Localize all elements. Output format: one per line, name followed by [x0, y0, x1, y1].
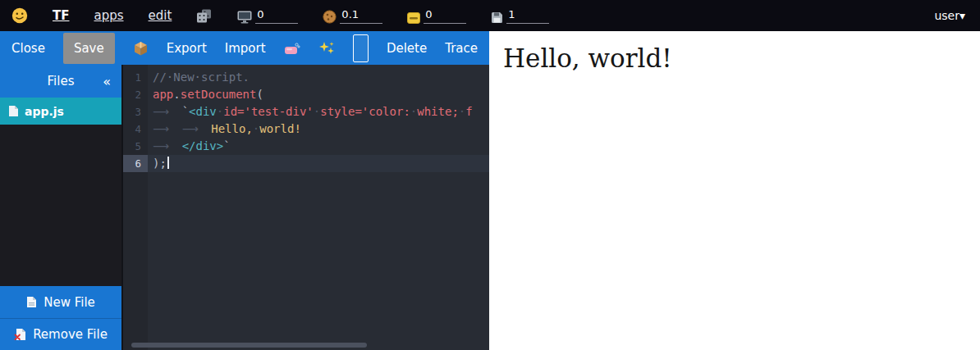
user-menu[interactable]: user▾	[934, 9, 969, 22]
brand-link[interactable]: TF	[53, 8, 69, 23]
files-header-label: Files	[48, 74, 75, 89]
code-line[interactable]: 6);	[123, 155, 489, 172]
new-file-icon	[26, 296, 37, 308]
code-line-text[interactable]: //·New·script.	[148, 69, 489, 86]
gold-card-value[interactable]: 0	[424, 8, 466, 24]
editor-toolbar: Close Save Export Import Delete Trace	[0, 31, 489, 65]
export-button[interactable]: Export	[167, 41, 207, 56]
line-number: 4	[123, 120, 148, 138]
code-line-text[interactable]: ⟶</div>`	[148, 138, 489, 155]
package-icon[interactable]	[133, 41, 149, 56]
file-item-appjs[interactable]: app.js	[0, 98, 121, 125]
code-line[interactable]: 2app.setDocument(	[123, 86, 489, 103]
code-line[interactable]: 1//·New·script.	[123, 69, 489, 86]
save-button[interactable]: Save	[63, 33, 115, 64]
nav-edit-link[interactable]: edit	[149, 8, 172, 23]
code-line[interactable]: 3⟶`<div·id='test-div'·style='color:·whit…	[123, 103, 489, 120]
horizontal-scrollbar[interactable]	[123, 343, 489, 348]
floppy-value[interactable]: 1	[506, 8, 549, 24]
files-sidebar: Files « app.js New File	[0, 65, 121, 350]
floppy-disk-icon	[491, 11, 503, 24]
meter-gold-card: 0	[407, 8, 466, 24]
dice-icon[interactable]	[196, 9, 213, 23]
code-line[interactable]: 4⟶⟶Hello,·world!	[123, 120, 489, 138]
meter-cookie: 0.1	[323, 8, 382, 24]
file-list: app.js	[0, 98, 121, 286]
preview-pane: Hello, world!	[489, 31, 980, 350]
line-number: 3	[123, 103, 148, 120]
app-logo-smiley-icon[interactable]	[11, 7, 28, 24]
close-button[interactable]: Close	[11, 41, 45, 56]
line-number: 2	[123, 86, 148, 103]
meter-floppy: 1	[491, 8, 549, 24]
monitor-icon	[237, 11, 252, 24]
main-area: Close Save Export Import Delete Trace Fi…	[0, 31, 980, 350]
nav-apps-link[interactable]: apps	[94, 8, 123, 23]
line-number: 5	[123, 138, 148, 155]
code-line-text[interactable]: ⟶⟶Hello,·world!	[148, 120, 489, 138]
meter-monitor: 0	[237, 8, 298, 24]
new-file-label: New File	[44, 295, 95, 310]
scrollbar-thumb[interactable]	[131, 343, 367, 348]
cookie-icon	[323, 10, 337, 24]
rendered-hello-text: Hello, world!	[503, 43, 672, 73]
code-line[interactable]: 5⟶</div>`	[123, 138, 489, 155]
code-lines: 1//·New·script.2app.setDocument(3⟶`<div·…	[123, 65, 489, 350]
remove-file-icon	[14, 328, 26, 341]
remove-file-label: Remove File	[33, 327, 108, 342]
file-name: app.js	[25, 105, 64, 118]
import-button[interactable]: Import	[225, 41, 266, 56]
gold-card-icon	[407, 12, 420, 24]
delete-button[interactable]: Delete	[387, 41, 427, 56]
text-cursor	[167, 157, 169, 169]
code-line-text[interactable]: ⟶`<div·id='test-div'·style='color:·white…	[148, 103, 489, 120]
document-icon	[8, 105, 19, 117]
cookie-value[interactable]: 0.1	[340, 8, 382, 24]
code-editor[interactable]: 1//·New·script.2app.setDocument(3⟶`<div·…	[121, 65, 489, 350]
collapse-sidebar-button[interactable]: «	[103, 74, 111, 89]
new-file-button[interactable]: New File	[0, 286, 121, 318]
line-number: 6	[123, 155, 148, 172]
trace-button[interactable]: Trace	[445, 41, 478, 56]
remove-file-button[interactable]: Remove File	[0, 318, 121, 350]
line-number: 1	[123, 69, 148, 86]
sparkles-icon[interactable]	[318, 41, 335, 56]
top-bar: TF apps edit 0 0.1 0 1 user▾	[0, 0, 980, 31]
editor-column: Close Save Export Import Delete Trace Fi…	[0, 31, 489, 350]
empty-icon-button[interactable]	[353, 34, 369, 62]
code-line-text[interactable]: app.setDocument(	[148, 86, 489, 103]
files-panel-header: Files «	[0, 65, 121, 98]
monitor-value[interactable]: 0	[255, 8, 298, 24]
code-line-text[interactable]: );	[148, 155, 489, 172]
soap-icon[interactable]	[284, 42, 300, 55]
